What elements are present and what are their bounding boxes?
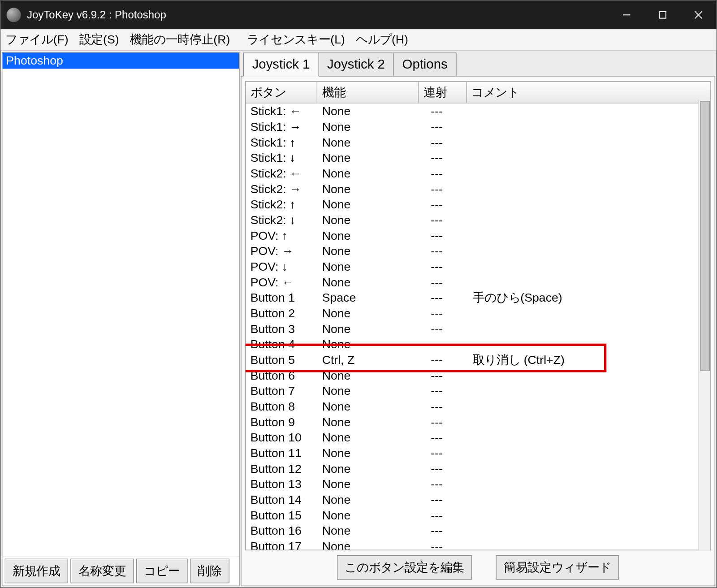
tab-joystick2[interactable]: Joystick 2 xyxy=(318,52,394,76)
table-row[interactable]: Stick1: ↓None--- xyxy=(246,150,710,166)
table-body[interactable]: Stick1: ←None---Stick1: →None---Stick1: … xyxy=(246,104,710,550)
cell-rapid: --- xyxy=(431,181,472,197)
table-row[interactable]: POV: ↓None--- xyxy=(246,259,710,274)
minimize-button[interactable] xyxy=(609,0,645,29)
sidebar: Photoshop 新規作成 名称変更 コピー 削除 xyxy=(2,52,240,586)
profile-list[interactable]: Photoshop xyxy=(2,52,239,556)
cell-button: Button 13 xyxy=(251,476,322,492)
cell-button: Button 11 xyxy=(251,445,322,461)
header-button[interactable]: ボタン xyxy=(246,82,317,103)
table-row[interactable]: Stick2: ←None--- xyxy=(246,165,710,181)
cell-comment xyxy=(473,104,706,119)
cell-function: None xyxy=(322,507,431,523)
close-icon xyxy=(694,11,703,19)
cell-button: Button 4 xyxy=(251,337,322,352)
cell-comment xyxy=(473,150,706,166)
table-row[interactable]: Stick1: →None--- xyxy=(246,119,710,134)
header-function[interactable]: 機能 xyxy=(317,82,419,103)
table-row[interactable]: Button 8None--- xyxy=(246,398,710,414)
delete-profile-button[interactable]: 削除 xyxy=(190,559,229,584)
table-row[interactable]: Stick2: ↓None--- xyxy=(246,212,710,228)
table-row[interactable]: Button 1Space---手のひら(Space) xyxy=(246,290,710,306)
table-row[interactable]: Button 11None--- xyxy=(246,445,710,461)
vertical-scrollbar[interactable] xyxy=(699,100,711,550)
cell-rapid: --- xyxy=(431,523,472,539)
cell-comment xyxy=(473,181,706,197)
table-row[interactable]: POV: ←None--- xyxy=(246,274,710,290)
cell-function: None xyxy=(322,104,431,119)
new-profile-button[interactable]: 新規作成 xyxy=(5,559,68,584)
menu-pause[interactable]: 機能の一時停止(R) xyxy=(130,32,230,48)
svg-rect-1 xyxy=(659,12,666,18)
scrollbar-thumb[interactable] xyxy=(700,101,710,371)
table-row[interactable]: POV: ↑None--- xyxy=(246,228,710,243)
tab-joystick1[interactable]: Joystick 1 xyxy=(243,52,319,76)
table-row[interactable]: Button 12None--- xyxy=(246,461,710,476)
menu-help[interactable]: ヘルプ(H) xyxy=(356,32,408,48)
copy-profile-button[interactable]: コピー xyxy=(136,559,188,584)
cell-comment xyxy=(473,461,706,476)
cell-comment xyxy=(473,305,706,321)
table-row[interactable]: Button 17None--- xyxy=(246,538,710,549)
cell-comment xyxy=(473,523,706,539)
cell-rapid: --- xyxy=(431,212,472,228)
cell-rapid: --- xyxy=(431,337,472,352)
table-row[interactable]: Button 2None--- xyxy=(246,305,710,321)
table-row[interactable]: Stick2: ↑None--- xyxy=(246,197,710,212)
cell-comment xyxy=(473,119,706,134)
table-row[interactable]: Stick1: ↑None--- xyxy=(246,134,710,150)
table-row[interactable]: Button 10None--- xyxy=(246,430,710,445)
cell-button: Button 5 xyxy=(251,352,322,368)
window-buttons xyxy=(609,0,717,29)
table-row[interactable]: Button 6None--- xyxy=(246,368,710,383)
cell-comment xyxy=(473,430,706,445)
cell-comment xyxy=(473,165,706,181)
tab-options[interactable]: Options xyxy=(393,52,457,76)
cell-function: None xyxy=(322,259,431,274)
cell-button: Stick1: ↑ xyxy=(251,134,322,150)
wizard-button[interactable]: 簡易設定ウィザード xyxy=(496,555,619,580)
table-row[interactable]: Stick2: →None--- xyxy=(246,181,710,197)
table-row[interactable]: Stick1: ←None--- xyxy=(246,104,710,119)
cell-rapid: --- xyxy=(431,414,472,430)
table-row[interactable]: Button 14None--- xyxy=(246,492,710,507)
cell-button: Stick1: → xyxy=(251,119,322,134)
menu-license[interactable]: ライセンスキー(L) xyxy=(247,32,345,48)
table-row[interactable]: Button 13None--- xyxy=(246,476,710,492)
cell-function: None xyxy=(322,461,431,476)
table-row[interactable]: Button 3None--- xyxy=(246,321,710,337)
cell-comment xyxy=(473,243,706,259)
cell-rapid: --- xyxy=(431,352,472,368)
rename-profile-button[interactable]: 名称変更 xyxy=(70,559,134,584)
cell-function: None xyxy=(322,476,431,492)
cell-function: None xyxy=(322,398,431,414)
table-row[interactable]: Button 16None--- xyxy=(246,523,710,539)
cell-comment xyxy=(473,414,706,430)
close-button[interactable] xyxy=(681,0,717,29)
header-comment[interactable]: コメント xyxy=(466,82,710,103)
profile-item[interactable]: Photoshop xyxy=(2,52,239,69)
cell-rapid: --- xyxy=(431,259,472,274)
header-rapid[interactable]: 連射 xyxy=(419,82,467,103)
cell-comment xyxy=(473,398,706,414)
cell-function: None xyxy=(322,414,431,430)
menu-file[interactable]: ファイル(F) xyxy=(5,32,69,48)
menu-settings[interactable]: 設定(S) xyxy=(79,32,119,48)
cell-button: Stick2: ← xyxy=(251,165,322,181)
maximize-button[interactable] xyxy=(645,0,681,29)
table-row[interactable]: POV: →None--- xyxy=(246,243,710,259)
table-header: ボタン 機能 連射 コメント xyxy=(246,82,710,104)
table-row[interactable]: Button 15None--- xyxy=(246,507,710,523)
cell-rapid: --- xyxy=(431,197,472,212)
table-row[interactable]: Button 4None--- xyxy=(246,337,710,352)
table-row[interactable]: Button 5Ctrl, Z---取り消し (Ctrl+Z) xyxy=(246,352,710,368)
cell-comment xyxy=(473,538,706,549)
cell-comment: 手のひら(Space) xyxy=(473,290,706,306)
cell-function: None xyxy=(322,197,431,212)
table-row[interactable]: Button 9None--- xyxy=(246,414,710,430)
cell-comment xyxy=(473,228,706,243)
cell-rapid: --- xyxy=(431,445,472,461)
cell-rapid: --- xyxy=(431,243,472,259)
edit-mapping-button[interactable]: このボタン設定を編集 xyxy=(337,555,472,580)
table-row[interactable]: Button 7None--- xyxy=(246,383,710,399)
